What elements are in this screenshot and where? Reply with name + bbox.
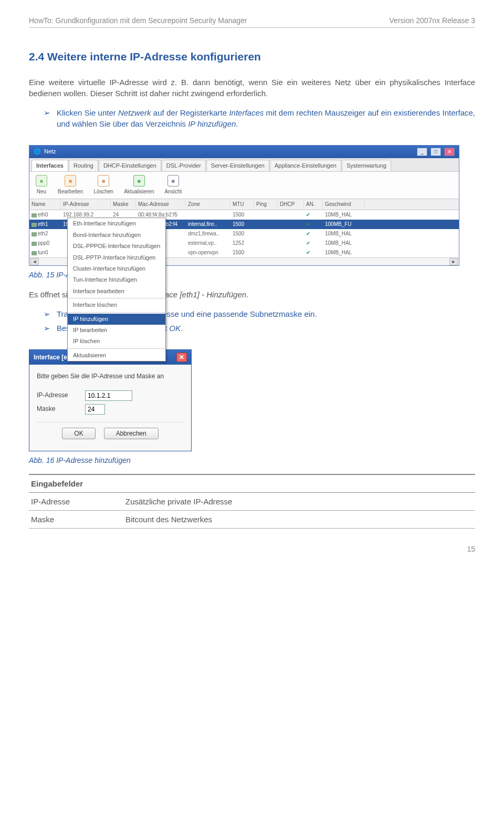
t-em: Interfaces bbox=[229, 108, 264, 117]
intro-paragraph: Eine weitere virtuelle IP-Adresse wird z… bbox=[29, 77, 475, 99]
interface-icon bbox=[32, 213, 37, 218]
scroll-left-icon[interactable]: ◄ bbox=[30, 258, 39, 265]
page-number: 15 bbox=[29, 544, 475, 555]
tab-routing[interactable]: Routing bbox=[69, 160, 98, 171]
col-header[interactable]: Zone bbox=[186, 199, 230, 210]
cell: vpn-openvpn bbox=[186, 248, 230, 257]
t: . bbox=[236, 119, 238, 128]
tab-dhcp-einstellungen[interactable]: DHCP-Einstellungen bbox=[99, 160, 161, 171]
tab-interfaces[interactable]: Interfaces bbox=[32, 160, 68, 171]
cell: 10MB_HAL bbox=[323, 229, 365, 239]
toolbar-label: Löschen bbox=[93, 188, 113, 195]
col-header[interactable]: IP-Adresse bbox=[61, 199, 111, 210]
close-button[interactable]: ✕ bbox=[444, 148, 455, 156]
toolbar-löschen-button[interactable]: ●Löschen bbox=[93, 175, 113, 195]
cell: ✔ bbox=[304, 210, 323, 220]
context-menu-item[interactable]: Interface bearbeiten bbox=[68, 286, 165, 297]
cancel-button[interactable]: Abbrechen bbox=[104, 428, 159, 439]
toolbar-aktualisieren-button[interactable]: ●Aktualisieren bbox=[124, 175, 154, 195]
toolbar-icon: ● bbox=[98, 175, 109, 187]
mask-label: Maske bbox=[37, 405, 78, 414]
scroll-right-icon[interactable]: ► bbox=[449, 258, 458, 265]
table-header: NameIP-AdresseMaskeMac-AdresseZoneMTUPin… bbox=[29, 199, 459, 210]
tab-systemwartung[interactable]: Systemwartung bbox=[342, 160, 391, 171]
col-header[interactable]: Ping bbox=[254, 199, 278, 210]
cell: 100MB_FU bbox=[323, 220, 365, 229]
check-icon: ✔ bbox=[306, 221, 310, 227]
minimize-button[interactable]: _ bbox=[417, 148, 427, 156]
context-menu-item[interactable]: IP hinzufügen bbox=[68, 314, 165, 325]
col-header[interactable]: Name bbox=[29, 199, 61, 210]
field-row-ip: IP-Adresse bbox=[37, 390, 184, 401]
toolbar-neu-button[interactable]: ●Neu bbox=[36, 175, 47, 195]
context-menu-item[interactable]: IP bearbeiten bbox=[68, 325, 165, 336]
dialog-close-button[interactable]: ✕ bbox=[176, 353, 187, 362]
check-icon: ✔ bbox=[306, 240, 310, 246]
context-menu-item[interactable]: Bond-Interface hinzufügen bbox=[68, 230, 165, 241]
toolbar-label: Ansicht bbox=[164, 188, 182, 195]
t-em: IP hinzufügen bbox=[188, 119, 236, 128]
cell: ✔ bbox=[304, 220, 323, 229]
cell bbox=[278, 239, 304, 248]
col-header[interactable]: DHCP bbox=[278, 199, 304, 210]
col-header[interactable]: MTU bbox=[230, 199, 254, 210]
col-header[interactable]: Geschwind bbox=[323, 199, 365, 210]
dialog-body: Bitte geben Sie die IP-Adresse und Maske… bbox=[29, 365, 191, 451]
context-menu-item[interactable]: DSL-PPTP-Interface hinzufügen bbox=[68, 252, 165, 263]
cell: eth0 bbox=[29, 210, 61, 220]
ip-input[interactable] bbox=[85, 390, 132, 401]
tab-appliance-einstellungen[interactable]: Appliance-Einstellungen bbox=[270, 160, 341, 171]
cell: 1252 bbox=[230, 239, 254, 248]
header-right: Version 2007nx Release 3 bbox=[390, 16, 475, 26]
context-menu-item[interactable]: DSL-PPPOE-Interface hinzufügen bbox=[68, 241, 165, 252]
table-heading: Eingabefelder bbox=[29, 474, 475, 493]
window-titlebar[interactable]: 🌐 Netz _ □ ✕ bbox=[29, 146, 459, 158]
t: auf der Registerkarte bbox=[151, 108, 229, 117]
col-header[interactable]: AN. bbox=[304, 199, 323, 210]
window-icon: 🌐 bbox=[34, 148, 41, 156]
context-menu-item[interactable]: IP löschen bbox=[68, 336, 165, 347]
table-body: eth0192.168.99.22400:48:f4:8a:b2:f51500✔… bbox=[29, 210, 459, 257]
cell: 1500 bbox=[230, 220, 254, 229]
field-desc: Bitcount des Netzwerkes bbox=[123, 511, 475, 529]
bullet-arrow-icon: ➢ bbox=[44, 323, 50, 334]
table-row: IP-AdresseZusätzliche private IP-Adresse bbox=[29, 493, 475, 511]
context-menu-item[interactable]: Eth-Interface hinzufügen bbox=[68, 218, 165, 229]
col-header[interactable]: Maske bbox=[111, 199, 136, 210]
instruction-text: Klicken Sie unter Netzwerk auf der Regis… bbox=[57, 107, 475, 129]
ok-button[interactable]: OK bbox=[62, 428, 95, 439]
cell: 1500 bbox=[230, 248, 254, 257]
cell bbox=[254, 239, 278, 248]
cell: ppp0 bbox=[29, 239, 61, 248]
toolbar-icon: ● bbox=[133, 175, 145, 187]
cell: 10MB_HAL bbox=[323, 210, 365, 220]
dialog-message: Bitte geben Sie die IP-Adresse und Maske… bbox=[37, 372, 184, 381]
cell: ✔ bbox=[304, 239, 323, 248]
toolbar-icon: ● bbox=[167, 175, 179, 187]
cell: 10MB_HAL bbox=[323, 248, 365, 257]
cell: 10MB_HAL bbox=[323, 239, 365, 248]
context-menu-item[interactable]: Tun-Interface hinzufügen bbox=[68, 274, 165, 285]
col-header[interactable]: Mac-Adresse bbox=[136, 199, 186, 210]
table-row: MaskeBitcount des Netzwerkes bbox=[29, 511, 475, 529]
cell: ✔ bbox=[304, 229, 323, 239]
toolbar-bearbeiten-button[interactable]: ●Bearbeiten bbox=[58, 175, 83, 195]
toolbar-icon: ● bbox=[65, 175, 76, 187]
header-rule bbox=[29, 27, 475, 28]
cell bbox=[186, 210, 230, 220]
menu-separator bbox=[68, 312, 165, 313]
context-menu-item[interactable]: Cluster-Interface hinzufügen bbox=[68, 263, 165, 274]
figure-caption-16: Abb. 16 IP-Adresse hinzufügen bbox=[29, 456, 475, 466]
maximize-button[interactable]: □ bbox=[430, 148, 441, 156]
context-menu-item[interactable]: Aktualisieren bbox=[68, 350, 165, 361]
input-fields-table: Eingabefelder IP-AdresseZusätzliche priv… bbox=[29, 474, 475, 529]
page-header: HowTo: Grundkonfiguration mit dem Secure… bbox=[29, 16, 475, 26]
check-icon: ✔ bbox=[306, 250, 310, 255]
tab-dsl-provider[interactable]: DSL-Provider bbox=[162, 160, 206, 171]
tab-server-einstellungen[interactable]: Server-Einstellungen bbox=[206, 160, 269, 171]
interface-add-dialog: Interface [eth1] - Hinzufügen ✕ Bitte ge… bbox=[29, 349, 192, 451]
cell: 1500 bbox=[230, 229, 254, 239]
toolbar-ansicht-button[interactable]: ●Ansicht bbox=[164, 175, 182, 195]
context-menu-item[interactable]: Interface löschen bbox=[68, 299, 165, 311]
mask-input[interactable] bbox=[85, 404, 105, 415]
